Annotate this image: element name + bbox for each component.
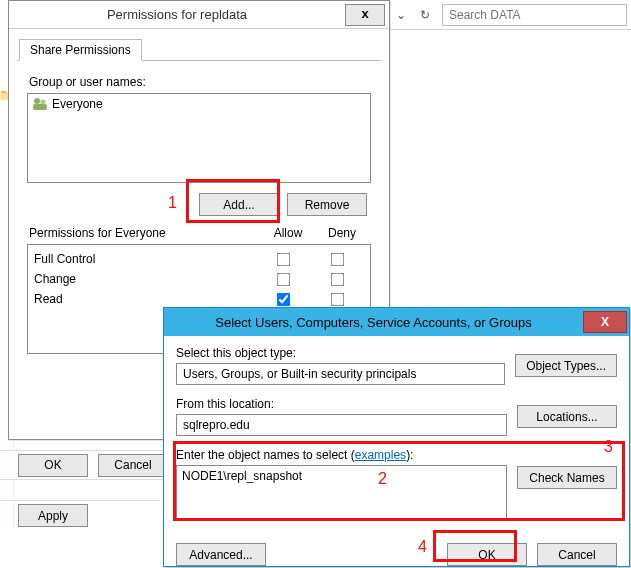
- list-item-label: Everyone: [52, 97, 103, 111]
- ok-button[interactable]: OK: [18, 454, 88, 477]
- deny-full-control-checkbox[interactable]: [331, 252, 345, 266]
- allow-full-control-checkbox[interactable]: [277, 252, 291, 266]
- user-list-buttons: Add... Remove: [27, 193, 367, 216]
- check-names-button[interactable]: Check Names: [517, 466, 617, 489]
- refresh-icon[interactable]: ↻: [418, 8, 432, 22]
- cancel-button[interactable]: Cancel: [537, 543, 617, 566]
- permissions-for-label: Permissions for Everyone: [29, 226, 261, 240]
- perm-row-full-control: Full Control: [34, 249, 364, 269]
- close-button[interactable]: x: [345, 4, 385, 26]
- from-location-field[interactable]: [176, 414, 507, 436]
- dialog-footer: Advanced... OK Cancel: [164, 543, 629, 566]
- object-names-label: Enter the object names to select (exampl…: [176, 448, 507, 462]
- add-button[interactable]: Add...: [199, 193, 279, 216]
- allow-read-checkbox[interactable]: [277, 292, 291, 306]
- dialog-body: Select this object type: Object Types...…: [164, 336, 629, 543]
- titlebar: Permissions for repldata x: [9, 1, 389, 29]
- perm-row-change: Change: [34, 269, 364, 289]
- remove-button[interactable]: Remove: [287, 193, 367, 216]
- search-input[interactable]: [442, 4, 627, 26]
- object-type-field[interactable]: [176, 363, 505, 385]
- object-names-input[interactable]: [176, 465, 507, 521]
- perm-row-read: Read: [34, 289, 364, 309]
- allow-change-checkbox[interactable]: [277, 272, 291, 286]
- deny-header: Deny: [315, 226, 369, 240]
- perm-name: Change: [34, 272, 256, 286]
- down-icon[interactable]: ⌄: [394, 8, 408, 22]
- list-item[interactable]: Everyone: [30, 96, 368, 112]
- allow-header: Allow: [261, 226, 315, 240]
- close-button[interactable]: X: [583, 311, 627, 333]
- advanced-button[interactable]: Advanced...: [176, 543, 266, 566]
- select-users-dialog: Select Users, Computers, Service Account…: [163, 307, 630, 567]
- user-listbox[interactable]: Everyone: [27, 93, 371, 183]
- object-type-label: Select this object type:: [176, 346, 505, 360]
- dialog-title: Select Users, Computers, Service Account…: [164, 315, 583, 330]
- object-types-button[interactable]: Object Types...: [515, 354, 617, 377]
- deny-change-checkbox[interactable]: [331, 272, 345, 286]
- svg-point-1: [40, 99, 45, 104]
- ok-button[interactable]: OK: [447, 543, 527, 566]
- parent-dialog-buttons-2: Apply: [0, 500, 160, 530]
- deny-read-checkbox[interactable]: [331, 292, 345, 306]
- apply-button[interactable]: Apply: [18, 504, 88, 527]
- dialog-title: Permissions for repldata: [9, 7, 345, 22]
- group-icon: [32, 97, 48, 111]
- locations-button[interactable]: Locations...: [517, 405, 617, 428]
- tab-strip: Share Permissions: [17, 37, 381, 61]
- svg-rect-2: [33, 104, 47, 110]
- perm-name: Full Control: [34, 252, 256, 266]
- cancel-button[interactable]: Cancel: [98, 454, 168, 477]
- group-or-user-names-label: Group or user names:: [29, 75, 371, 89]
- permissions-header-row: Permissions for Everyone Allow Deny: [29, 226, 369, 240]
- svg-point-0: [34, 98, 40, 104]
- tab-share-permissions[interactable]: Share Permissions: [19, 39, 142, 61]
- examples-link[interactable]: examples: [355, 448, 406, 462]
- titlebar: Select Users, Computers, Service Account…: [164, 308, 629, 336]
- from-location-label: From this location:: [176, 397, 507, 411]
- perm-name: Read: [34, 292, 256, 306]
- explorer-toolbar-fragment: ⌄ ↻: [390, 0, 631, 30]
